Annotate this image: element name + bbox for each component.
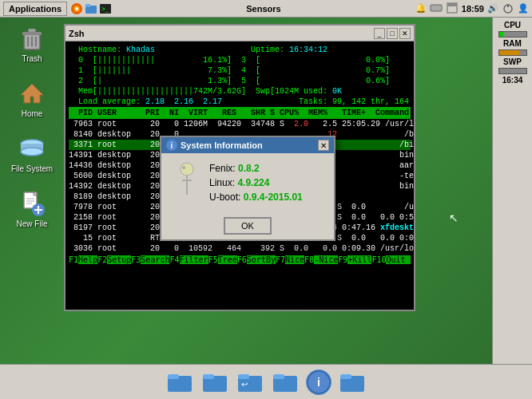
filesystem-label: File System [11, 164, 53, 173]
filesystem-icon-img [18, 134, 46, 163]
user-icon: 👤 [518, 3, 529, 14]
svg-rect-7 [431, 5, 442, 11]
f5-num: F5 [208, 255, 218, 264]
maximize-button[interactable]: □ [387, 28, 398, 39]
bottom-folder-2[interactable] [200, 368, 229, 397]
applications-menu-button[interactable]: Applications [3, 2, 67, 16]
f9-num: F9 [338, 255, 347, 264]
f6-label[interactable]: SortBy [247, 255, 276, 264]
bottom-folder-3[interactable]: ↩ [236, 368, 264, 397]
f6-num: F6 [237, 255, 247, 264]
f10-label[interactable]: Quit [386, 255, 405, 264]
time-display: 18:59 [462, 4, 484, 14]
zsh-titlebar: Zsh _ □ ✕ [66, 26, 414, 41]
firefox-icon[interactable] [70, 2, 83, 15]
f7-num: F7 [276, 255, 285, 264]
cpu2-line: 2 [| 1.3%] 5 [ 0.6%] [69, 76, 411, 86]
zsh-title: Zsh [69, 29, 85, 38]
dialog-close-button[interactable]: ✕ [318, 140, 329, 151]
dialog-title-text: System Information [181, 140, 263, 150]
fenix-line: Fenix: 0.8.2 [209, 161, 303, 176]
trash-icon-desktop[interactable]: Trash [8, 24, 56, 63]
swp-label: SWP [503, 57, 522, 66]
close-button[interactable]: ✕ [399, 28, 411, 39]
taskbar-top: Applications [0, 0, 532, 18]
svg-rect-4 [85, 4, 90, 7]
dialog-titlebar: i System Information ✕ [161, 137, 334, 153]
svg-rect-46 [340, 374, 351, 379]
swp-bar-fill [499, 69, 501, 73]
newfile-label: New File [17, 219, 48, 228]
taskbar-left: Applications [3, 2, 112, 16]
taskbar-right: 🔔 18:59 🔊 👤 [415, 2, 529, 16]
taskbar-app-icons: >_ [70, 2, 112, 15]
f1-label[interactable]: Help [78, 255, 97, 264]
svg-rect-39 [238, 374, 249, 379]
bell-icon[interactable]: 🔔 [415, 3, 427, 14]
bottom-info-btn[interactable]: i [306, 369, 332, 395]
bottom-folder-1[interactable] [165, 368, 194, 397]
window-controls: _ □ ✕ [374, 28, 411, 39]
svg-text:>_: >_ [101, 6, 109, 13]
home-icon-img [18, 79, 46, 108]
uboot-label: U-boot: [209, 192, 240, 203]
load-line: Load average: 2.18 2.16 2.17 Tasks: 99, … [69, 97, 411, 107]
f4-num: F4 [169, 255, 179, 264]
f3-label[interactable]: Search [141, 255, 169, 264]
hostname-line: Hostname: Khadas Uptime: 16:34:12 [69, 45, 411, 55]
svg-rect-9 [447, 3, 457, 6]
bottom-folder-5[interactable] [338, 368, 367, 397]
svg-point-30 [181, 163, 193, 176]
cpu0-line: 0 [|||||||||||| 16.1%] 3 [ 0.0%] [69, 55, 411, 65]
home-label: Home [22, 109, 43, 118]
cpu-bar-fill [499, 32, 503, 37]
right-panel: CPU RAM SWP 16:34 [492, 18, 532, 364]
f10-num: F10 [371, 255, 386, 264]
trash-label: Trash [22, 54, 42, 63]
terminal-icon[interactable]: >_ [99, 2, 112, 15]
dialog-footer: OK [161, 212, 334, 239]
network-icon [430, 2, 443, 16]
f1-num: F1 [69, 255, 78, 264]
panel-time: 16:34 [502, 76, 523, 85]
mem-line: Mem[||||||||||||||||||||742M/3.62G] Swp[… [69, 86, 411, 97]
bottom-folder-4[interactable] [271, 368, 300, 397]
linux-value: 4.9.224 [237, 177, 269, 188]
htop-footer: F1Help F2Setup F3Search F4Filter F5Tree … [69, 255, 411, 264]
filesystem-icon-desktop[interactable]: File System [8, 134, 56, 173]
dialog-text-content: Fenix: 0.8.2 Linux: 4.9.224 U-boot: 0.9.… [209, 161, 303, 204]
home-icon-desktop[interactable]: Home [8, 79, 56, 118]
swp-bar [498, 68, 527, 74]
volume-icon[interactable]: 🔊 [487, 3, 498, 14]
ok-button[interactable]: OK [224, 217, 272, 235]
svg-rect-37 [203, 374, 214, 379]
thunar-icon[interactable] [85, 2, 97, 15]
f3-num: F3 [131, 255, 141, 264]
uboot-line: U-boot: 0.9.4-2015.01 [209, 190, 303, 204]
svg-text:i: i [317, 376, 320, 389]
table-header: PID USER PRI NI VIRT RES SHR S CPU% MEM%… [69, 107, 411, 119]
info-icon: i [166, 140, 177, 151]
f7-label[interactable]: Nice [285, 255, 304, 264]
desktop: Applications [0, 0, 532, 399]
linux-label: Linux: [209, 177, 235, 188]
ram-bar [498, 49, 527, 56]
ram-bar-fill [499, 50, 520, 55]
uboot-value: 0.9.4-2015.01 [244, 192, 303, 203]
desktop-icons: Trash Home File System [8, 24, 56, 228]
f2-label[interactable]: Setup [107, 255, 131, 264]
f4-label[interactable]: Filter [180, 255, 208, 264]
svg-point-2 [75, 7, 78, 10]
proc-13: 3036 root 20 0 10592 464 392 S 0.0 0.0 0… [69, 243, 411, 254]
svg-point-31 [182, 166, 185, 169]
f9-label[interactable]: +Kill [347, 255, 371, 264]
window-icon [446, 2, 459, 16]
minimize-button[interactable]: _ [374, 28, 385, 39]
f8-label[interactable]: -Nice [314, 255, 338, 264]
trash-icon-img [18, 24, 46, 53]
f5-label[interactable]: Tree [218, 255, 237, 264]
cpu1-line: 1 [||||||| 7.3%] 4 [ 0.7%] [69, 65, 411, 76]
f2-num: F2 [97, 255, 107, 264]
newfile-icon-desktop[interactable]: New File [8, 189, 56, 228]
system-info-dialog: i System Information ✕ Fenix: 0.8.2 [160, 136, 335, 241]
